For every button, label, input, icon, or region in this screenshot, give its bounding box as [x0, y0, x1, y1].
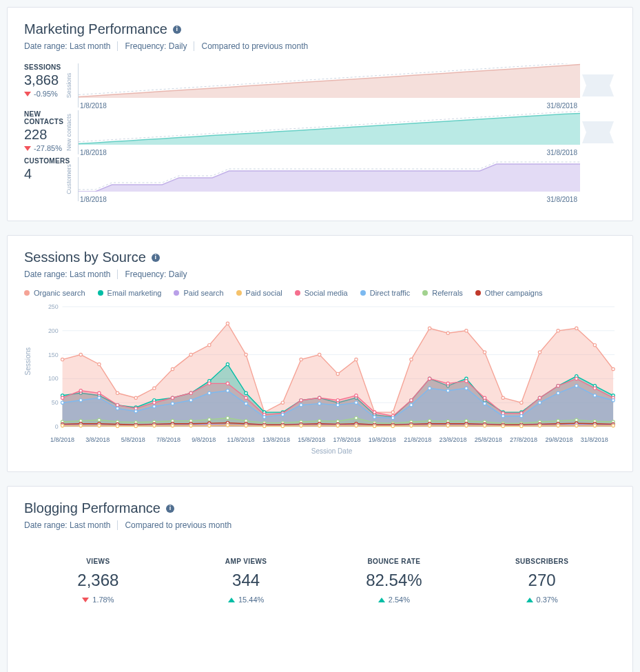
meta-range: Date range: Last month — [24, 41, 118, 51]
card-title-text: Sessions by Source — [24, 250, 146, 265]
blogging-metric: VIEWS 2,368 1.78% — [24, 558, 172, 604]
svg-point-53 — [245, 391, 247, 394]
legend-item[interactable]: Direct traffic — [360, 289, 410, 297]
legend-item[interactable]: Referrals — [422, 289, 463, 297]
svg-point-100 — [538, 396, 541, 399]
svg-point-250 — [446, 424, 449, 427]
svg-point-108 — [116, 407, 118, 409]
svg-point-256 — [557, 424, 559, 427]
svg-point-79 — [153, 401, 156, 404]
legend-item[interactable]: Other campaigns — [475, 289, 543, 297]
svg-point-97 — [483, 396, 486, 399]
blogging-metric: BOUNCE RATE 82.54% 2.54% — [320, 558, 468, 604]
svg-point-239 — [245, 424, 247, 427]
svg-text:150: 150 — [48, 352, 59, 358]
metric-value: 2,368 — [24, 571, 172, 590]
blogging-performance-card: Blogging Performance i Date range: Last … — [7, 486, 633, 672]
metric-value: 82.54% — [320, 571, 468, 590]
info-icon[interactable]: i — [173, 26, 181, 34]
info-icon[interactable]: i — [152, 254, 160, 262]
marketing-performance-body: SESSIONS 3,868 -0.95% Sessions 1/8/20183… — [24, 63, 616, 201]
svg-point-249 — [428, 424, 431, 427]
metric-delta: 1.78% — [24, 595, 172, 604]
svg-point-129 — [502, 414, 504, 417]
svg-point-34 — [465, 329, 468, 332]
trend-up-icon — [526, 598, 533, 602]
svg-point-35 — [483, 351, 486, 354]
svg-point-124 — [410, 403, 413, 406]
svg-point-135 — [612, 399, 615, 402]
svg-point-254 — [520, 425, 523, 427]
blogging-metric: AMP VIEWS 344 15.44% — [172, 558, 320, 604]
legend-dot-icon — [98, 290, 103, 296]
svg-point-39 — [557, 329, 559, 332]
legend-label: Organic search — [34, 289, 85, 297]
metric-label: BOUNCE RATE — [320, 558, 468, 565]
legend-item[interactable]: Paid search — [174, 289, 223, 297]
svg-point-106 — [79, 399, 82, 402]
svg-point-33 — [446, 332, 449, 334]
info-icon[interactable]: i — [166, 505, 174, 513]
y-axis-label: Sessions — [65, 73, 72, 99]
meta-range: Date range: Last month — [24, 269, 118, 279]
mp-mini-chart: Sessions 1/8/201831/8/2018 — [78, 63, 580, 108]
x-tick: 29/8/2018 — [545, 436, 580, 443]
blogging-metric: SUBSCRIBERS 270 0.37% — [468, 558, 616, 604]
legend-item[interactable]: Organic search — [24, 289, 85, 297]
x-tick: 25/8/2018 — [475, 436, 510, 443]
svg-text:200: 200 — [48, 327, 59, 334]
svg-point-87 — [300, 399, 302, 402]
svg-point-28 — [355, 358, 358, 360]
svg-point-27 — [336, 372, 339, 375]
svg-point-132 — [557, 391, 559, 394]
svg-point-236 — [189, 424, 192, 427]
svg-point-244 — [336, 424, 339, 427]
svg-point-257 — [575, 424, 578, 427]
svg-point-133 — [575, 385, 578, 387]
svg-point-246 — [373, 425, 375, 427]
svg-point-234 — [153, 424, 156, 427]
svg-point-111 — [171, 402, 174, 405]
svg-point-83 — [226, 382, 229, 385]
svg-point-20 — [208, 343, 211, 346]
legend-item[interactable]: Paid social — [236, 289, 282, 297]
metric-value: 270 — [468, 571, 616, 590]
card-title-text: Blogging Performance — [24, 500, 161, 516]
legend-label: Paid search — [183, 289, 223, 297]
svg-point-231 — [98, 424, 101, 427]
trend-down-icon — [24, 92, 31, 96]
x-tick: 23/8/2018 — [439, 436, 474, 443]
svg-point-145 — [226, 416, 229, 419]
svg-point-89 — [336, 399, 339, 402]
mp-row: SESSIONS 3,868 -0.95% Sessions 1/8/20183… — [24, 63, 616, 108]
svg-point-101 — [557, 385, 559, 387]
mp-mini-chart: New contacts 1/8/201831/8/2018 — [78, 110, 580, 154]
card-title: Blogging Performance i — [24, 500, 616, 516]
sessions-by-source-card: Sessions by Source i Date range: Last mo… — [7, 235, 633, 472]
svg-text:250: 250 — [48, 303, 59, 310]
legend-label: Email marketing — [107, 289, 162, 297]
legend-item[interactable]: Social media — [295, 289, 348, 297]
mp-row: CUSTOMERS 4 Customers 1/8/201831/8/2018 — [24, 157, 616, 201]
svg-point-15 — [116, 391, 118, 394]
svg-point-12 — [61, 358, 63, 360]
funnel-arrow: 5.89% — [582, 74, 614, 96]
svg-point-110 — [153, 405, 156, 408]
x-axis-labels: 1/8/20183/8/20185/8/20187/8/20189/8/2018… — [48, 436, 616, 443]
x-tick: 5/8/2018 — [121, 436, 156, 443]
legend-item[interactable]: Email marketing — [98, 289, 162, 297]
y-axis-label: New contacts — [65, 114, 72, 151]
funnel-cell: 5.89% — [580, 63, 616, 108]
metric-delta: 2.54% — [320, 595, 468, 604]
funnel-cell: 1.75% — [580, 110, 616, 154]
mp-stat-label: SESSIONS — [24, 63, 78, 71]
svg-point-144 — [208, 418, 211, 420]
svg-point-245 — [355, 424, 358, 427]
svg-point-22 — [245, 353, 247, 356]
chart-svg: 050100150200250 — [48, 303, 616, 434]
svg-point-233 — [134, 425, 137, 427]
svg-point-152 — [355, 416, 358, 419]
legend-dot-icon — [295, 290, 300, 296]
svg-point-232 — [116, 425, 118, 427]
y-axis-label: Customers — [65, 164, 72, 194]
